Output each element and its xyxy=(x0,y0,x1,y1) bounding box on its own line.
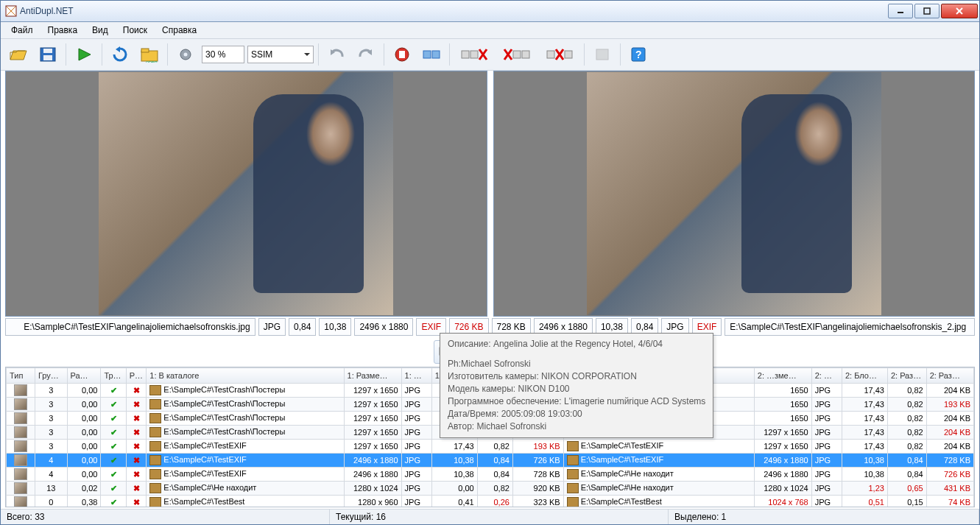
column-header[interactable]: 2: Бло… xyxy=(842,368,888,384)
delete-both-button[interactable] xyxy=(454,41,494,68)
delete-all-button[interactable] xyxy=(540,41,579,68)
delete-both-icon xyxy=(460,46,488,63)
refresh-button[interactable] xyxy=(107,41,133,68)
tooltip-description: Описание: Angelina Jolie at the Regency … xyxy=(448,338,705,350)
preview-right[interactable] xyxy=(493,71,976,317)
type-icon xyxy=(14,440,27,452)
column-header[interactable]: 1: В каталоге xyxy=(147,368,344,384)
delete-icon: ✖ xyxy=(133,442,140,451)
menu-file[interactable]: Файл xyxy=(4,22,40,38)
check-icon: ✔ xyxy=(110,386,117,395)
folder-open-icon xyxy=(9,46,28,63)
column-header[interactable]: 1: Разме… xyxy=(344,368,401,384)
delete-icon: ✖ xyxy=(133,456,140,465)
column-header[interactable]: Ра… xyxy=(67,368,101,384)
type-icon xyxy=(14,426,27,438)
svg-rect-21 xyxy=(423,51,431,58)
refresh-icon xyxy=(111,46,129,63)
delete-first-button[interactable] xyxy=(497,41,537,68)
svg-marker-11 xyxy=(116,46,120,52)
image-preview-right xyxy=(587,72,881,315)
check-icon: ✔ xyxy=(110,498,117,507)
folder-icon xyxy=(149,469,161,479)
folder-icon xyxy=(149,427,161,437)
folder-icon xyxy=(149,413,161,423)
undo-button[interactable] xyxy=(323,41,350,68)
tooltip-photographer: Ph:Michael Sofronski xyxy=(448,358,705,370)
app-icon xyxy=(5,5,17,17)
save-icon xyxy=(39,46,57,63)
column-header[interactable]: 2: …зме… xyxy=(754,368,811,384)
svg-rect-31 xyxy=(547,51,554,58)
check-icon: ✔ xyxy=(110,442,117,451)
menu-view[interactable]: Вид xyxy=(85,22,116,38)
check-icon: ✔ xyxy=(110,428,117,437)
column-header[interactable]: 1: … xyxy=(401,368,431,384)
pairs-icon xyxy=(422,46,441,63)
svg-rect-32 xyxy=(565,51,572,58)
save-button[interactable] xyxy=(35,41,61,68)
info-right-path: E:\SampleC#\TestEXIF\angelinajoliemichae… xyxy=(725,318,975,336)
mistake-button[interactable] xyxy=(589,41,616,68)
play-icon xyxy=(76,46,92,63)
column-header[interactable]: Гру… xyxy=(35,368,67,384)
titlebar: AntiDupl.NET xyxy=(1,1,979,22)
table-row[interactable]: 40,00✔✖ E:\SampleC#\TestEXIF2496 x 1880J… xyxy=(7,468,974,482)
paths-button[interactable]: open xyxy=(136,41,163,68)
column-header[interactable]: 2: Раз… xyxy=(887,368,926,384)
type-icon xyxy=(14,482,27,494)
folder-icon xyxy=(567,497,579,507)
info-left-dims: 2496 x 1880 xyxy=(354,318,413,336)
check-icon: ✔ xyxy=(110,456,117,465)
help-button[interactable]: ? xyxy=(625,41,652,68)
folder-icon xyxy=(149,399,161,409)
threshold-input[interactable]: 30 % xyxy=(202,46,244,63)
maximize-button[interactable] xyxy=(914,4,940,18)
folder-icon xyxy=(567,455,579,465)
menubar: Файл Правка Вид Поиск Справка xyxy=(1,22,979,39)
svg-rect-22 xyxy=(432,51,440,58)
info-left-block: 10,38 xyxy=(319,318,351,336)
check-icon: ✔ xyxy=(110,470,117,479)
toolbar: open 30 % SSIM ? xyxy=(1,39,979,71)
svg-rect-28 xyxy=(522,51,529,58)
table-row[interactable]: 130,02✔✖ E:\SampleC#\Не находит1280 x 10… xyxy=(7,482,974,496)
pairs-button[interactable] xyxy=(418,41,445,68)
info-left: E:\SampleC#\TestEXIF\angelinajoliemichae… xyxy=(5,318,489,336)
run-button[interactable] xyxy=(71,41,97,68)
preview-left[interactable] xyxy=(5,71,487,317)
delete-icon: ✖ xyxy=(133,470,140,479)
table-row[interactable]: 30,00✔✖ E:\SampleC#\TestEXIF1297 x 1650J… xyxy=(7,440,974,454)
column-header[interactable]: Тип xyxy=(7,368,35,384)
open-button[interactable] xyxy=(5,41,32,68)
options-button[interactable] xyxy=(172,41,199,68)
status-current: Текущий: 16 xyxy=(330,510,669,524)
tooltip-camera-maker: Изготовитель камеры: NIKON CORPORATION xyxy=(448,370,705,383)
column-header[interactable]: 2: … xyxy=(811,368,842,384)
column-header[interactable]: 2: Раз… xyxy=(926,368,973,384)
menu-search[interactable]: Поиск xyxy=(116,22,155,38)
svg-rect-35 xyxy=(596,49,608,60)
type-icon xyxy=(14,496,27,507)
tooltip-software: Программное обеспечение: L'imagerie numй… xyxy=(448,395,705,408)
algorithm-select[interactable]: SSIM xyxy=(247,46,314,63)
column-header[interactable]: Р… xyxy=(126,368,147,384)
svg-rect-4 xyxy=(924,8,930,14)
table-row[interactable]: 00,38✔✖ E:\SampleC#\TestBest1280 x 960JP… xyxy=(7,496,974,507)
redo-button[interactable] xyxy=(353,41,379,68)
stop-button[interactable] xyxy=(389,41,415,68)
svg-marker-10 xyxy=(79,49,91,60)
svg-rect-8 xyxy=(43,49,52,53)
minimize-button[interactable] xyxy=(888,4,913,18)
svg-rect-23 xyxy=(462,51,469,58)
exif-tooltip: Описание: Angelina Jolie at the Regency … xyxy=(440,333,713,438)
tooltip-author: Автор: Michael Sofronski xyxy=(448,420,705,433)
table-row[interactable]: 40,00✔✖ E:\SampleC#\TestEXIF2496 x 1880J… xyxy=(7,454,974,468)
folder-icon: open xyxy=(140,46,159,63)
menu-edit[interactable]: Правка xyxy=(40,22,85,38)
close-button[interactable] xyxy=(941,4,978,18)
menu-help[interactable]: Справка xyxy=(155,22,204,38)
column-header[interactable]: Тр… xyxy=(101,368,126,384)
delete-icon: ✖ xyxy=(133,428,140,437)
type-icon xyxy=(14,384,27,396)
